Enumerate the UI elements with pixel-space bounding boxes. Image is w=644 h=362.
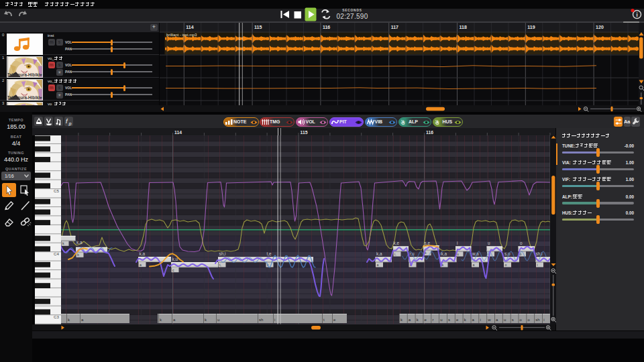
svg-text:sh: sh (259, 318, 263, 322)
svg-text:☃: ☃ (400, 119, 405, 125)
svg-text:t,e: t,e (267, 251, 272, 256)
svg-text:114: 114 (186, 25, 193, 29)
svg-text:116: 116 (426, 130, 433, 135)
svg-text:o: o (520, 241, 523, 245)
svg-text:u: u (217, 318, 219, 322)
svg-text:f: f (66, 118, 68, 125)
svg-text:u: u (504, 318, 506, 322)
svg-text:120: 120 (596, 25, 604, 29)
svg-text:k: k (62, 241, 64, 245)
svg-text:117: 117 (391, 25, 398, 29)
svg-text:a: a (140, 263, 142, 267)
svg-text:114: 114 (174, 130, 182, 135)
svg-text:sh,i: sh,i (219, 251, 226, 256)
svg-text:118: 118 (460, 25, 467, 29)
svg-text:☃: ☃ (435, 119, 439, 125)
svg-text:Takamura-Hibiki▾: Takamura-Hibiki▾ (7, 95, 42, 99)
svg-text:i: i (636, 11, 638, 18)
svg-text:s,e: s,e (425, 241, 431, 245)
svg-text:k,e: k,e (394, 241, 400, 245)
svg-text:r: r (432, 318, 433, 322)
svg-text:115: 115 (301, 130, 308, 135)
svg-text:u: u (440, 318, 442, 322)
svg-text:i: i (457, 241, 458, 245)
svg-text:t,: t, (219, 263, 221, 267)
svg-text:i: i (543, 318, 544, 322)
svg-text:w: w (487, 318, 491, 322)
svg-text:k,a: k,a (140, 251, 146, 256)
svg-text:i: i (537, 263, 538, 267)
svg-text:o: o (505, 263, 507, 267)
svg-text:i: i (480, 318, 480, 322)
svg-text:u: u (488, 241, 490, 245)
svg-text:i: i (274, 318, 275, 322)
svg-text:C3: C3 (54, 314, 59, 319)
svg-text:a: a (377, 263, 379, 267)
svg-text:119: 119 (527, 25, 535, 29)
svg-text:115: 115 (254, 25, 262, 29)
svg-text:Takamura-Hibiki▾: Takamura-Hibiki▾ (7, 72, 42, 76)
svg-text:a: a (473, 263, 475, 267)
svg-text:i,: i, (394, 252, 396, 256)
svg-text:c: c (172, 268, 174, 272)
svg-text:p: p (68, 121, 71, 127)
svg-text:s: s (448, 318, 450, 322)
svg-text:k,a: k,a (376, 251, 382, 256)
svg-text:k,a: k,a (76, 240, 83, 245)
svg-text:116: 116 (323, 25, 330, 29)
svg-text:C5: C5 (54, 188, 59, 193)
svg-text:s: s (512, 318, 514, 322)
svg-text:sh: sh (535, 318, 539, 322)
svg-text:b: b (77, 253, 79, 257)
svg-text:C4: C4 (54, 251, 59, 256)
